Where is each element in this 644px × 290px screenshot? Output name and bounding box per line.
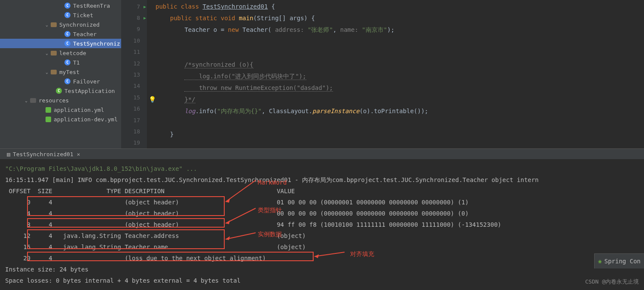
line-number[interactable]: 7▶ xyxy=(121,1,147,12)
chevron-down-icon: ⌄ xyxy=(25,98,30,103)
tree-item[interactable]: application.yml xyxy=(0,105,121,114)
run-tab[interactable]: ▤ TestSynchronized01 × xyxy=(3,148,84,160)
code-editor[interactable]: public class TestSynchronized01 { public… xyxy=(147,0,644,148)
console-header: OFFSET SIZE TYPE DESCRIPTION VALUE xyxy=(5,185,639,197)
close-icon[interactable]: × xyxy=(77,151,80,157)
tree-item-selected[interactable]: CTestSynchroniz xyxy=(0,39,121,48)
tree-item[interactable]: CTeacher xyxy=(0,29,121,39)
console-line: 16:15:11.947 [main] INFO com.bpproject.t… xyxy=(5,174,639,185)
line-number[interactable]: 11 xyxy=(121,46,147,58)
line-number[interactable]: 19 xyxy=(121,137,147,148)
console-row: 12 4 java.lang.String Teacher.address (o… xyxy=(5,230,639,241)
tree-folder[interactable]: ⌄Synchronized xyxy=(0,20,121,29)
line-number[interactable]: 14 xyxy=(121,80,147,92)
line-number[interactable]: 10 xyxy=(121,35,147,46)
console-line: Space losses: 0 bytes internal + 4 bytes… xyxy=(5,275,639,286)
run-icon[interactable]: ▶ xyxy=(143,15,146,20)
project-tree: CTestReenTra CTicket ⌄Synchronized CTeac… xyxy=(0,0,121,148)
console-row: 16 4 java.lang.String Teacher.name (obje… xyxy=(5,241,639,253)
tree-item[interactable]: CTicket xyxy=(0,10,121,20)
tree-folder[interactable]: ⌄resources xyxy=(0,96,121,105)
line-number[interactable]: 13 xyxy=(121,69,147,80)
chevron-down-icon: ⌄ xyxy=(46,51,51,56)
chevron-down-icon: ⌄ xyxy=(46,70,51,74)
run-config-icon: ▤ xyxy=(7,151,10,157)
console-row: 0 4 (object header) 01 00 00 00 (0000000… xyxy=(5,197,639,208)
tree-item[interactable]: CT1 xyxy=(0,58,121,67)
line-number[interactable]: 18 xyxy=(121,126,147,137)
annotation-label: 对齐填充 xyxy=(350,248,374,259)
console-output[interactable]: "C:\Program Files\Java\jdk1.8.0_152\bin\… xyxy=(0,160,644,290)
spring-icon: ❀ xyxy=(598,256,601,267)
tree-item[interactable]: application-dev.yml xyxy=(0,114,121,124)
chevron-down-icon: ⌄ xyxy=(46,22,51,27)
spring-tool-button[interactable]: ❀ Spring Con xyxy=(594,253,644,268)
annotation-label: 类型指针 xyxy=(258,204,282,216)
bulb-icon[interactable]: 💡 xyxy=(149,94,156,105)
line-number[interactable]: 17 xyxy=(121,114,147,126)
editor-gutter: 7▶ 8▶ 9 10 11 12 13 14 15 16 17 18 19 xyxy=(121,0,147,148)
annotation-label: MarkWord xyxy=(258,177,287,188)
console-line: Instance size: 24 bytes xyxy=(5,264,639,275)
line-number[interactable]: 8▶ xyxy=(121,12,147,23)
tree-folder[interactable]: ⌄myTest xyxy=(0,67,121,77)
tree-item[interactable]: CTestReenTra xyxy=(0,1,121,10)
line-number[interactable]: 12 xyxy=(121,58,147,69)
tree-item[interactable]: CTestApplication xyxy=(0,86,121,96)
console-row: 20 4 (loss due to the next object alignm… xyxy=(5,253,639,264)
tree-folder[interactable]: ⌄leetcode xyxy=(0,48,121,58)
run-icon[interactable]: ▶ xyxy=(143,4,146,9)
console-row: 8 4 (object header) 94 ff 00 f8 (1001010… xyxy=(5,219,639,230)
console-line: "C:\Program Files\Java\jdk1.8.0_152\bin\… xyxy=(5,165,197,172)
annotation-label: 实例数据 xyxy=(258,228,282,240)
line-number[interactable]: 15 xyxy=(121,92,147,103)
tree-item[interactable]: CFailover xyxy=(0,77,121,86)
line-number[interactable]: 9 xyxy=(121,24,147,35)
watermark: CSDN @内卷永无止境 xyxy=(585,276,639,287)
line-number[interactable]: 16 xyxy=(121,103,147,114)
console-row: 4 4 (object header) 00 00 00 00 (0000000… xyxy=(5,208,639,219)
